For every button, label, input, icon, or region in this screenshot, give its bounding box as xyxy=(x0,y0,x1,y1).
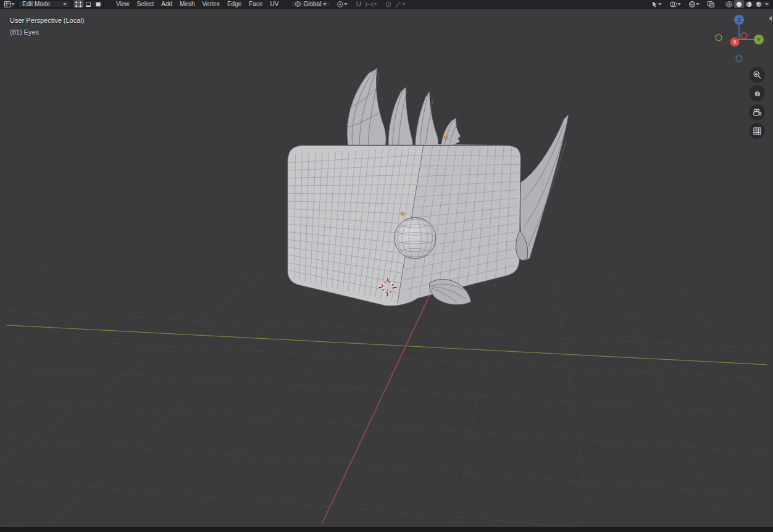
shading-rendered-icon xyxy=(755,1,763,8)
chevron-down-icon xyxy=(677,3,681,7)
gizmo-neg-y-ball[interactable] xyxy=(716,35,722,41)
snap-settings-dropdown[interactable] xyxy=(364,0,378,8)
chevron-down-icon xyxy=(11,3,15,7)
pan-button[interactable] xyxy=(749,85,765,101)
mode-dropdown[interactable]: Edit Mode xyxy=(19,0,70,8)
editor-type-icon xyxy=(4,1,11,8)
grid-line xyxy=(554,273,589,523)
proportional-edit-toggle[interactable] xyxy=(383,0,393,8)
grid-line xyxy=(6,401,766,452)
chevron-down-icon xyxy=(374,3,377,7)
hand-icon xyxy=(753,89,762,98)
axis-y-line xyxy=(6,325,766,365)
orientation-label: Global xyxy=(303,1,321,7)
gizmo-pointer-icon xyxy=(651,1,658,8)
ortho-grid-icon xyxy=(753,127,762,136)
selected-vertex xyxy=(445,136,448,139)
viewport-canvas[interactable] xyxy=(0,9,773,527)
transform-orientation-dropdown[interactable]: Global xyxy=(291,0,330,8)
viewport-text-overlay: User Perspective (Local) (81) Eyes xyxy=(10,15,84,38)
grid-line xyxy=(0,273,265,523)
viewport-shading-group xyxy=(724,0,771,8)
snap-toggle-button[interactable] xyxy=(354,0,364,8)
chevron-down-icon xyxy=(696,3,700,7)
active-object-label: (81) Eyes xyxy=(10,27,84,38)
tail-fin xyxy=(520,114,569,260)
shading-material-button[interactable] xyxy=(744,0,754,8)
menu-add[interactable]: Add xyxy=(157,0,176,9)
grid-line xyxy=(6,367,766,414)
xray-icon xyxy=(707,1,715,8)
toggle-xray-button[interactable] xyxy=(706,0,716,8)
vertex-select-icon xyxy=(75,1,82,8)
camera-icon xyxy=(753,108,762,117)
grid-line xyxy=(188,273,382,523)
shading-solid-button[interactable] xyxy=(734,0,744,8)
edge-select-icon xyxy=(85,1,92,8)
menu-edge[interactable]: Edge xyxy=(224,0,245,9)
view-perspective-label: User Perspective (Local) xyxy=(10,15,84,27)
chevron-left-icon xyxy=(766,16,772,21)
gizmo-neg-x-ball[interactable] xyxy=(741,33,747,39)
3d-viewport[interactable]: User Perspective (Local) (81) Eyes Z Y X xyxy=(0,9,773,527)
mode-dropdown-label: Edit Mode xyxy=(22,1,50,7)
proportional-falloff-dropdown[interactable] xyxy=(393,0,407,8)
selected-vertex xyxy=(401,212,404,215)
pivot-point-dropdown[interactable] xyxy=(335,0,349,8)
gizmo-z-label: Z xyxy=(737,17,740,23)
grid-line xyxy=(6,338,766,379)
editor-type-button[interactable] xyxy=(2,0,16,8)
shading-material-icon xyxy=(745,1,753,8)
menu-mesh[interactable]: Mesh xyxy=(176,0,198,9)
eye-sphere xyxy=(395,217,436,259)
chevron-down-icon xyxy=(323,3,327,7)
grid-line xyxy=(52,273,324,523)
chevron-down-icon xyxy=(63,3,67,7)
shading-options-dropdown[interactable] xyxy=(764,0,770,8)
sidebar-toggle[interactable] xyxy=(766,14,772,23)
menu-uv[interactable]: UV xyxy=(267,0,283,9)
camera-view-button[interactable] xyxy=(749,104,765,120)
menu-face[interactable]: Face xyxy=(245,0,266,9)
magnet-icon xyxy=(355,1,362,8)
mesh-object-eyes[interactable] xyxy=(288,68,569,305)
pivot-point-icon xyxy=(336,1,344,8)
grid-line xyxy=(669,273,773,523)
gizmo-neg-z-ball[interactable] xyxy=(736,56,742,62)
chevron-down-icon xyxy=(658,3,662,7)
zoom-button[interactable] xyxy=(749,67,765,83)
render-globe-icon xyxy=(688,1,696,8)
viewport-header: Edit Mode xyxy=(0,0,773,9)
grid-line xyxy=(6,311,766,348)
show-overlays-dropdown[interactable] xyxy=(668,0,682,8)
grid-line xyxy=(456,273,497,523)
face-select-button[interactable] xyxy=(93,0,103,8)
menu-vertex[interactable]: Vertex xyxy=(199,0,224,9)
grid-line xyxy=(612,273,723,523)
grid-line xyxy=(6,438,766,495)
zoom-icon xyxy=(753,70,762,80)
edge-select-button[interactable] xyxy=(83,0,93,8)
menu-select[interactable]: Select xyxy=(133,0,158,9)
render-preview-dropdown[interactable] xyxy=(687,0,701,8)
shading-wireframe-button[interactable] xyxy=(724,0,734,8)
navigation-gizmo[interactable]: Z Y X xyxy=(714,15,766,67)
orientation-globe-icon xyxy=(295,1,301,7)
shading-rendered-button[interactable] xyxy=(754,0,764,8)
header-right-cluster xyxy=(650,0,771,8)
shading-solid-icon xyxy=(735,1,743,8)
header-menus: View Select Add Mesh Vertex Edge Face UV xyxy=(112,0,282,9)
chevron-down-icon xyxy=(344,3,348,7)
status-bar xyxy=(0,527,773,532)
dorsal-fins xyxy=(347,68,461,146)
gizmo-y-label: Y xyxy=(757,36,761,43)
axis-x-line xyxy=(322,285,435,524)
proportional-circle-icon xyxy=(385,1,392,8)
menu-view[interactable]: View xyxy=(112,0,133,9)
falloff-curve-icon xyxy=(395,1,402,8)
snap-increment-icon xyxy=(365,1,374,8)
gizmo-x-label: X xyxy=(733,39,737,45)
toggle-orthographic-button[interactable] xyxy=(749,123,765,139)
show-gizmo-dropdown[interactable] xyxy=(650,0,663,8)
vertex-select-button[interactable] xyxy=(73,0,83,8)
